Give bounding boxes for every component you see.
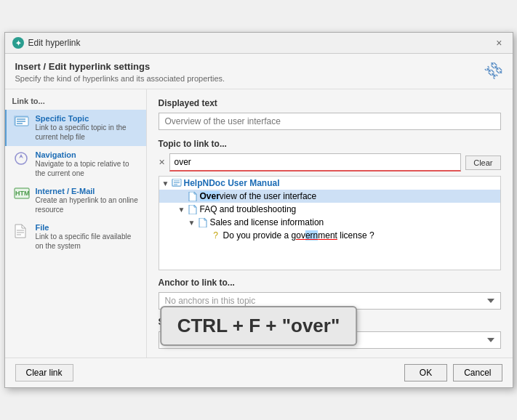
tree-arrow-faq: ▼ (178, 206, 185, 214)
navigation-icon (14, 151, 30, 167)
tree-icon-page-overview (188, 191, 198, 201)
specific-topic-desc: Link to a specific topic in the current … (36, 123, 139, 142)
svg-text:HTML: HTML (15, 190, 30, 197)
topic-tree[interactable]: ▼ HelpNDoc User Manual (159, 176, 501, 270)
displayed-text-label: Displayed text (159, 98, 501, 108)
cancel-button[interactable]: Cancel (453, 364, 502, 381)
header-title: Insert / Edit hyperlink settings (15, 61, 225, 72)
link-item-internet[interactable]: HTML Internet / E-Mail Create an hyperli… (5, 182, 146, 219)
tree-label-faq: FAQ and troubleshooting (200, 204, 297, 214)
tree-item-sales[interactable]: ▼ Sales and license information (159, 216, 500, 229)
specific-topic-icon (14, 115, 30, 131)
tree-item-root[interactable]: ▼ HelpNDoc User Manual (159, 177, 500, 190)
header-subtitle: Specify the kind of hyperlinks and its a… (15, 74, 225, 83)
title-bar: ✦ Edit hyperlink × (5, 33, 513, 54)
left-panel: Link to... Specific Topic (5, 89, 147, 358)
search-input[interactable] (169, 153, 462, 171)
navigation-desc: Navigate to a topic relative to the curr… (36, 159, 139, 178)
anchor-label: Anchor to link to... (159, 278, 501, 288)
bottom-bar: Clear link OK Cancel (5, 358, 513, 387)
clear-button[interactable]: Clear (465, 156, 500, 170)
shortcut-overlay: CTRL + F + "over" (160, 306, 358, 346)
file-icon (14, 224, 30, 240)
tree-arrow-root: ▼ (162, 179, 169, 187)
navigation-text: Navigation Navigate to a topic relative … (36, 150, 139, 178)
tree-icon-page-faq (188, 204, 198, 214)
specific-topic-label: Specific Topic (36, 114, 139, 123)
file-text: File Link to a specific file available o… (36, 223, 139, 251)
file-label: File (36, 223, 139, 232)
close-button[interactable]: × (493, 37, 505, 49)
navigation-label: Navigation (36, 150, 139, 159)
internet-text: Internet / E-Mail Create an hyperlink to… (36, 187, 139, 214)
topic-label: Topic to link to... (159, 139, 501, 149)
tree-item-government[interactable]: ? Do you provide a government license ? (159, 229, 500, 242)
internet-icon: HTML (14, 187, 30, 203)
tree-label-sales: Sales and license information (210, 217, 324, 227)
tree-arrow-sales: ▼ (188, 219, 196, 227)
left-panel-title: Link to... (5, 97, 146, 110)
internet-label: Internet / E-Mail (36, 187, 139, 195)
tree-label-government: Do you provide a government license ? (223, 230, 374, 241)
clear-link-button[interactable]: Clear link (15, 364, 73, 381)
tree-item-overview[interactable]: Overview of the user interface (159, 190, 500, 203)
dialog-buttons: OK Cancel (404, 364, 502, 381)
dialog-icon: ✦ (12, 37, 24, 49)
tree-icon-page-sales (198, 217, 208, 227)
displayed-text-input[interactable] (159, 113, 501, 130)
search-clear-x[interactable]: ✕ (159, 158, 165, 167)
file-desc: Link to a specific file available on the… (36, 232, 139, 251)
search-row: ✕ Clear (159, 153, 501, 171)
svg-marker-6 (19, 154, 23, 158)
link-item-navigation[interactable]: Navigation Navigate to a topic relative … (5, 146, 146, 182)
tree-icon-question: ? (211, 230, 221, 241)
chain-icon: ⛓ (482, 58, 507, 83)
header-text: Insert / Edit hyperlink settings Specify… (15, 61, 225, 83)
tree-icon-book (172, 178, 182, 188)
tree-label-root: HelpNDoc User Manual (184, 178, 280, 188)
dialog-title: Edit hyperlink (28, 38, 81, 48)
specific-topic-text: Specific Topic Link to a specific topic … (36, 114, 139, 142)
tree-item-faq[interactable]: ▼ FAQ and troubleshooting (159, 203, 500, 216)
header-section: Insert / Edit hyperlink settings Specify… (5, 54, 513, 89)
link-item-specific-topic[interactable]: Specific Topic Link to a specific topic … (5, 110, 146, 146)
ok-button[interactable]: OK (404, 364, 447, 381)
link-item-file[interactable]: File Link to a specific file available o… (5, 219, 146, 255)
internet-desc: Create an hyperlink to an online resourc… (36, 195, 139, 214)
tree-label-overview: Overview of the user interface (200, 191, 317, 201)
title-bar-left: ✦ Edit hyperlink (12, 37, 81, 49)
